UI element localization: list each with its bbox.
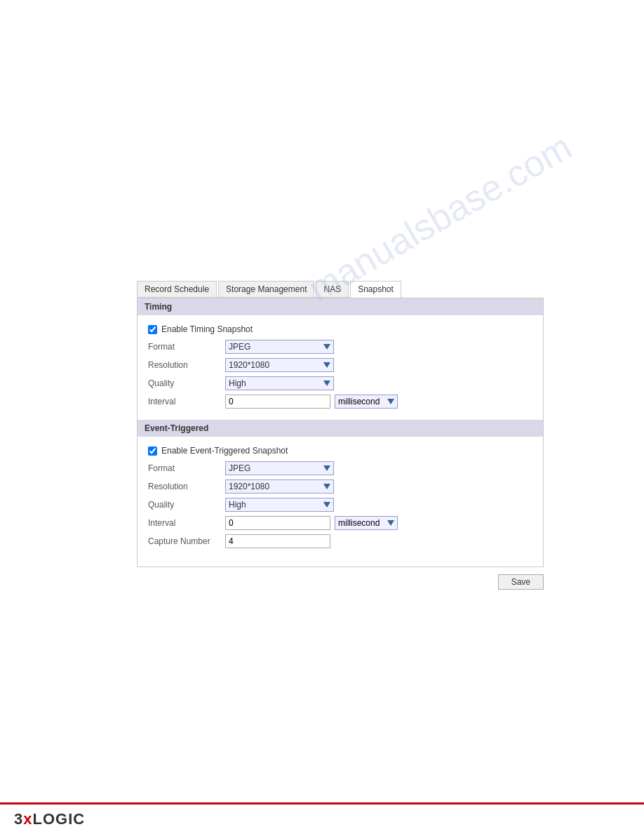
event-capture-number-input[interactable] <box>225 534 330 548</box>
timing-format-select[interactable]: JPEG PNG <box>225 340 334 354</box>
timing-section-body: Enable Timing Snapshot Format JPEG PNG R… <box>137 321 543 420</box>
save-button[interactable]: Save <box>498 574 544 590</box>
event-capture-number-row: Capture Number <box>148 534 532 548</box>
event-capture-number-label: Capture Number <box>148 536 225 546</box>
timing-resolution-label: Resolution <box>148 360 225 370</box>
main-content: Record Schedule Storage Management NAS S… <box>0 0 644 590</box>
logo: 3xLOGIC <box>14 810 85 828</box>
event-resolution-select[interactable]: 1920*1080 1280*720 640*480 <box>225 479 334 494</box>
timing-interval-label: Interval <box>148 397 225 406</box>
event-interval-row: Interval millisecond second minute <box>148 516 532 530</box>
logo-x: x <box>23 810 32 828</box>
event-enable-label: Enable Event-Triggered Snapshot <box>161 446 288 456</box>
logo-prefix: 3 <box>14 810 23 828</box>
timing-interval-row: Interval millisecond second minute <box>148 395 532 409</box>
timing-resolution-select[interactable]: 1920*1080 1280*720 640*480 <box>225 358 334 372</box>
tabs-container: Record Schedule Storage Management NAS S… <box>137 281 403 298</box>
timing-enable-row: Enable Timing Snapshot <box>148 324 532 334</box>
tab-snapshot[interactable]: Snapshot <box>350 281 401 298</box>
event-interval-unit-select[interactable]: millisecond second minute <box>335 516 398 530</box>
event-resolution-row: Resolution 1920*1080 1280*720 640*480 <box>148 479 532 494</box>
tab-nas[interactable]: NAS <box>316 281 349 297</box>
event-resolution-label: Resolution <box>148 482 225 491</box>
snapshot-panel: Timing Enable Timing Snapshot Format JPE… <box>137 298 544 567</box>
save-row: Save <box>137 574 544 590</box>
event-quality-select[interactable]: High Medium Low <box>225 498 334 512</box>
timing-section-header: Timing <box>137 298 543 315</box>
event-section-header: Event-Triggered <box>137 420 543 437</box>
event-section-body: Enable Event-Triggered Snapshot Format J… <box>137 442 543 560</box>
timing-format-row: Format JPEG PNG <box>148 340 532 354</box>
timing-interval-inputs: millisecond second minute <box>225 395 398 409</box>
tab-record-schedule[interactable]: Record Schedule <box>137 281 217 297</box>
event-quality-label: Quality <box>148 500 225 510</box>
event-interval-label: Interval <box>148 518 225 528</box>
timing-resolution-row: Resolution 1920*1080 1280*720 640*480 <box>148 358 532 372</box>
event-enable-checkbox[interactable] <box>148 446 157 456</box>
timing-interval-unit-select[interactable]: millisecond second minute <box>335 395 398 409</box>
event-format-row: Format JPEG PNG <box>148 461 532 475</box>
timing-enable-label: Enable Timing Snapshot <box>161 324 253 334</box>
event-enable-row: Enable Event-Triggered Snapshot <box>148 446 532 456</box>
timing-quality-select[interactable]: High Medium Low <box>225 376 334 390</box>
timing-quality-row: Quality High Medium Low <box>148 376 532 390</box>
bottom-bar: 3xLOGIC <box>0 802 644 834</box>
event-format-select[interactable]: JPEG PNG <box>225 461 334 475</box>
timing-enable-checkbox[interactable] <box>148 325 157 334</box>
event-interval-inputs: millisecond second minute <box>225 516 398 530</box>
timing-quality-label: Quality <box>148 378 225 388</box>
event-interval-input[interactable] <box>225 516 330 530</box>
event-format-label: Format <box>148 463 225 473</box>
event-quality-row: Quality High Medium Low <box>148 498 532 512</box>
timing-interval-input[interactable] <box>225 395 330 409</box>
timing-format-label: Format <box>148 342 225 352</box>
tab-storage-management[interactable]: Storage Management <box>218 281 314 297</box>
logo-suffix: LOGIC <box>33 810 86 828</box>
